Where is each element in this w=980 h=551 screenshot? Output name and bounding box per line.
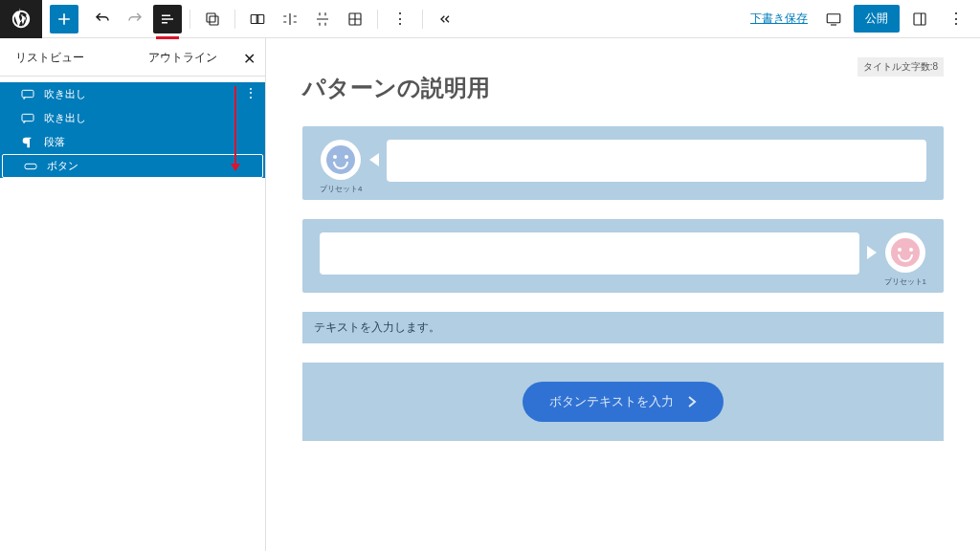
list-item-paragraph[interactable]: 段落 xyxy=(0,130,265,154)
list-item-button[interactable]: ボタン xyxy=(2,154,263,178)
button-block-container[interactable]: ボタンテキストを入力 xyxy=(302,363,944,441)
copy-button[interactable] xyxy=(198,5,227,33)
svg-rect-5 xyxy=(827,13,840,22)
toolbar-divider xyxy=(234,10,235,29)
page-title[interactable]: パターンの説明用 xyxy=(302,73,944,103)
close-icon[interactable]: ✕ xyxy=(243,50,256,68)
more-menu-icon[interactable]: ⋮ xyxy=(942,5,970,33)
layout-grid-icon[interactable] xyxy=(341,5,369,33)
avatar-face-icon xyxy=(891,238,920,267)
speech-block-right[interactable]: プリセット1 xyxy=(302,219,944,293)
publish-button[interactable]: 公開 xyxy=(854,5,900,33)
avatar-column: プリセット1 xyxy=(884,232,926,287)
collapse-toolbar-icon[interactable] xyxy=(431,5,459,33)
editor-layout: リストビュー アウトライン ✕ ⋮ 吹き出し 吹き出し 段落 xyxy=(0,38,980,551)
svg-rect-1 xyxy=(210,16,218,25)
avatar-label: プリセット4 xyxy=(320,184,362,194)
layout-split-h-icon[interactable] xyxy=(276,5,304,33)
list-item-label: ボタン xyxy=(47,159,78,173)
toolbar-divider xyxy=(377,10,378,29)
avatar-column: プリセット4 xyxy=(320,140,362,194)
paragraph-block[interactable]: テキストを入力します。 xyxy=(302,312,944,343)
list-view-toggle[interactable] xyxy=(153,5,182,33)
sidebar-tabs: リストビュー アウトライン ✕ xyxy=(0,38,265,77)
speech-block-left[interactable]: プリセット4 xyxy=(302,126,944,200)
svg-rect-0 xyxy=(207,13,215,22)
svg-rect-6 xyxy=(914,13,925,25)
speech-icon xyxy=(19,86,36,103)
speech-bubble[interactable] xyxy=(387,140,926,182)
svg-rect-7 xyxy=(22,90,33,97)
block-list-panel: ⋮ 吹き出し 吹き出し 段落 ボタン xyxy=(0,82,265,178)
undo-button[interactable] xyxy=(88,5,117,33)
svg-rect-8 xyxy=(22,114,33,121)
editor-topbar: ⋮ 下書き保存 公開 ⋮ xyxy=(0,0,980,38)
toolbar-divider xyxy=(189,10,190,29)
list-item-label: 段落 xyxy=(44,135,65,149)
paragraph-icon xyxy=(19,134,36,151)
drag-arrow-indicator xyxy=(234,86,236,170)
settings-panel-toggle[interactable] xyxy=(905,5,934,33)
list-item-label: 吹き出し xyxy=(44,111,86,125)
button-icon xyxy=(22,158,39,175)
redo-button[interactable] xyxy=(121,5,149,33)
button-label: ボタンテキストを入力 xyxy=(549,393,674,410)
avatar-face-icon xyxy=(326,145,355,174)
topbar-right-actions: 下書き保存 公開 ⋮ xyxy=(745,5,980,33)
more-options-icon[interactable]: ⋮ xyxy=(244,85,257,100)
topbar-left-tools: ⋮ xyxy=(0,0,461,38)
preview-button[interactable] xyxy=(819,5,848,33)
cta-button[interactable]: ボタンテキストを入力 xyxy=(523,382,724,422)
block-list-sidebar: リストビュー アウトライン ✕ ⋮ 吹き出し 吹き出し 段落 xyxy=(0,38,266,551)
avatar-label: プリセット1 xyxy=(884,276,926,287)
list-item-speech1[interactable]: 吹き出し xyxy=(0,82,265,106)
editor-canvas: タイトル文字数:8 パターンの説明用 プリセット4 プリセット1 テキストを入力… xyxy=(266,38,980,551)
avatar xyxy=(885,232,925,273)
block-list-container: ⋮ 吹き出し 吹き出し 段落 ボタン xyxy=(0,77,265,551)
list-item-label: 吹き出し xyxy=(44,87,86,101)
add-block-button[interactable] xyxy=(50,5,78,33)
bubble-tail-icon xyxy=(369,153,379,166)
chevron-right-icon xyxy=(687,395,697,408)
toolbar-divider xyxy=(422,10,423,29)
wordpress-logo[interactable] xyxy=(0,0,42,38)
more-options-icon[interactable]: ⋮ xyxy=(386,5,414,33)
layout-overlap-icon[interactable] xyxy=(243,5,272,33)
svg-rect-9 xyxy=(25,164,36,168)
avatar xyxy=(321,140,361,180)
speech-icon xyxy=(19,110,36,127)
save-draft-link[interactable]: 下書き保存 xyxy=(745,11,813,27)
layout-split-v-icon[interactable] xyxy=(308,5,337,33)
bubble-tail-icon xyxy=(867,246,877,259)
list-item-speech2[interactable]: 吹き出し xyxy=(0,106,265,130)
title-char-count-badge: タイトル文字数:8 xyxy=(858,57,944,77)
speech-bubble[interactable] xyxy=(320,232,859,275)
tab-list-view[interactable]: リストビュー xyxy=(0,38,133,77)
